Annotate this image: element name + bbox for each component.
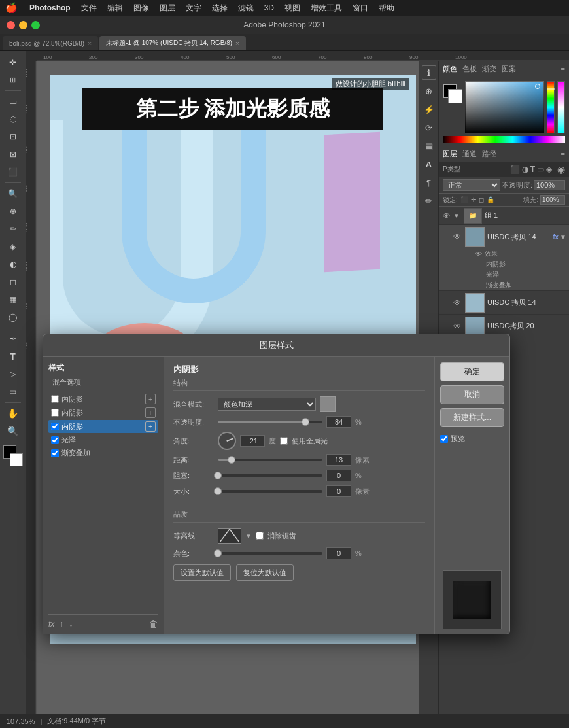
lock-artboards-icon[interactable]: ◻ [479, 196, 484, 203]
background-swatch[interactable] [448, 89, 462, 103]
opacity-input[interactable] [534, 180, 565, 190]
eye-icon[interactable]: 👁 [452, 232, 462, 242]
paragraph-icon[interactable]: ¶ [422, 175, 436, 190]
inner-shadow-3-checkbox[interactable] [51, 423, 59, 430]
close-button[interactable] [7, 21, 15, 29]
cancel-button[interactable]: 取消 [440, 385, 504, 404]
gradient-tool[interactable]: ▦ [3, 291, 23, 308]
contour-dropdown-icon[interactable]: ▼ [245, 532, 252, 540]
set-default-button[interactable]: 设置为默认值 [173, 564, 231, 581]
hand-tool[interactable]: ✋ [3, 405, 23, 422]
layer-uisdc-14b[interactable]: 👁 UISDC 拷贝 14 [439, 291, 569, 315]
tab-color[interactable]: 颜色 [443, 64, 457, 75]
menu-file[interactable]: 文件 [76, 3, 102, 14]
filter-toggle[interactable]: ◉ [557, 164, 565, 175]
color-spectrum-strip[interactable] [443, 136, 565, 143]
tab-gradients[interactable]: 渐变 [482, 64, 496, 75]
history-brush-tool[interactable]: ◐ [3, 256, 23, 273]
blend-color-swatch[interactable] [320, 396, 336, 412]
tab-boli[interactable]: boli.psd @ 72.8%(RGB/8) × [3, 36, 98, 50]
info-icon[interactable]: ℹ [422, 65, 436, 80]
lock-pixels-icon[interactable]: ⬛ [460, 196, 468, 203]
angle-value-input[interactable] [240, 435, 265, 447]
channels-tab[interactable]: 通道 [462, 149, 477, 160]
artboard-tool[interactable]: ⊞ [3, 71, 23, 88]
content-aware-icon[interactable]: ⊕ [422, 84, 436, 98]
eye-icon[interactable]: 👁 [452, 321, 462, 332]
frame-tool[interactable]: ⬛ [3, 164, 23, 181]
menu-edit[interactable]: 编辑 [102, 3, 128, 14]
menu-text[interactable]: 文字 [181, 3, 207, 14]
eye-icon[interactable]: 👁 [452, 298, 462, 308]
opacity-value-input[interactable] [326, 416, 351, 428]
menu-view[interactable]: 视图 [279, 3, 305, 14]
layer-group-1[interactable]: 👁 ▼ 📁 组 1 [439, 207, 569, 225]
effect-checkbox-1[interactable]: 内阴影 + [48, 392, 158, 406]
fill-input[interactable] [540, 195, 565, 205]
filter-smart-icon[interactable]: ◈ [546, 165, 552, 174]
eraser-tool[interactable]: ◻ [3, 273, 23, 290]
color-alpha-strip[interactable] [557, 81, 565, 133]
effect-checkbox-5[interactable]: 渐变叠加 [48, 447, 158, 459]
preview-checkbox[interactable] [440, 435, 448, 443]
healing-tool[interactable]: ⊕ [3, 203, 23, 220]
size-value-input[interactable] [326, 485, 351, 497]
eyedropper-tool[interactable]: 🔍 [3, 185, 23, 202]
filter-text-icon[interactable]: T [530, 165, 535, 174]
lock-position-icon[interactable]: ✛ [471, 196, 476, 203]
color-gradient-box[interactable] [465, 81, 544, 133]
brush-tool[interactable]: ✏ [3, 220, 23, 237]
tab-patterns[interactable]: 图案 [502, 64, 516, 75]
menu-layer[interactable]: 图层 [154, 3, 181, 14]
apple-menu[interactable]: 🍎 [5, 2, 18, 14]
distance-value-input[interactable] [326, 454, 351, 466]
filter-shape-icon[interactable]: ▭ [537, 165, 544, 174]
menu-help[interactable]: 帮助 [373, 3, 400, 14]
minimize-button[interactable] [19, 21, 27, 29]
group-arrow-icon[interactable]: ▼ [453, 212, 460, 219]
menu-window[interactable]: 窗口 [347, 3, 373, 14]
angle-dial[interactable] [218, 432, 236, 450]
noise-value-input[interactable] [326, 547, 351, 559]
gradient-overlay-checkbox[interactable] [51, 449, 59, 457]
menu-filter[interactable]: 滤镜 [233, 3, 259, 14]
clone-tool[interactable]: ◈ [3, 238, 23, 255]
new-style-button[interactable]: 新建样式... [440, 408, 504, 427]
expand-icon[interactable]: ▼ [560, 234, 566, 241]
zoom-tool[interactable]: 🔍 [3, 423, 23, 440]
layer-comps-icon[interactable]: ▤ [422, 139, 436, 153]
tab-untitled[interactable]: 未标题-1 @ 107% (UISDC 拷贝 14, RGB/8) × [99, 36, 246, 50]
inner-shadow-2-checkbox[interactable] [51, 409, 59, 417]
blend-mode-select[interactable]: 颜色加深 [218, 398, 316, 411]
contour-preview[interactable] [218, 528, 241, 544]
effect-checkbox-3-active[interactable]: 内阴影 + [48, 420, 158, 433]
brush-settings-icon[interactable]: ✏ [422, 194, 436, 208]
object-selection-tool[interactable]: ⊡ [3, 128, 23, 145]
distance-slider-track[interactable] [218, 459, 322, 461]
marquee-tool[interactable]: ▭ [3, 93, 23, 110]
type-tool[interactable]: T [3, 348, 23, 365]
hue-strip[interactable] [547, 81, 555, 133]
layers-tab[interactable]: 图层 [443, 149, 457, 160]
crop-tool[interactable]: ⊠ [3, 146, 23, 163]
menu-select[interactable]: 选择 [207, 3, 233, 14]
path-selection-tool[interactable]: ▷ [3, 366, 23, 383]
delete-effect-icon[interactable]: 🗑 [149, 619, 158, 629]
quick-action-icon[interactable]: ⚡ [422, 102, 436, 116]
history-icon[interactable]: ⟳ [422, 120, 436, 135]
blend-mode-select[interactable]: 正常 [443, 179, 500, 191]
menu-plugins[interactable]: 增效工具 [305, 3, 347, 14]
move-down-icon[interactable]: ↓ [69, 619, 73, 629]
filter-adjust-icon[interactable]: ◑ [522, 165, 528, 174]
noise-slider-track[interactable] [218, 552, 322, 555]
layers-menu-icon[interactable]: ≡ [561, 149, 565, 160]
layer-uisdc-14a[interactable]: 👁 UISDC 拷贝 14 fx ▼ 👁 效果 [439, 225, 569, 291]
dodge-tool[interactable]: ◯ [3, 309, 23, 326]
distance-slider-thumb[interactable] [228, 456, 235, 464]
filter-pixel-icon[interactable]: ⬛ [510, 165, 520, 174]
add-effect-2-icon[interactable]: + [145, 407, 156, 418]
eye-icon[interactable]: 👁 [441, 211, 452, 221]
opacity-slider-track[interactable] [218, 421, 322, 423]
maximize-button[interactable] [31, 21, 40, 29]
opacity-slider-thumb[interactable] [302, 418, 309, 426]
